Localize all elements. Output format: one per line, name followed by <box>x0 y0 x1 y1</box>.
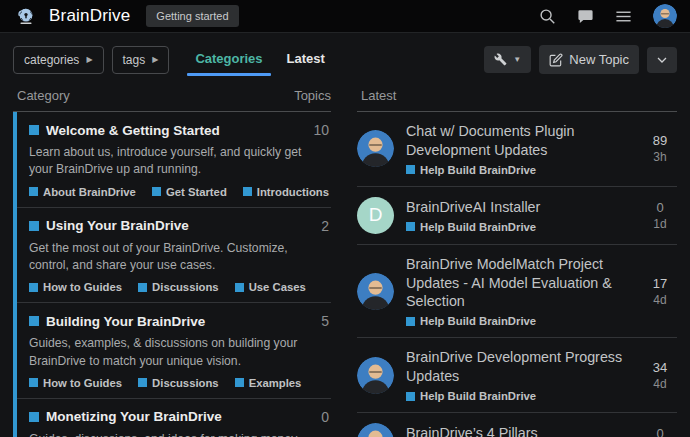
subcategory-badge[interactable]: Use Cases <box>235 281 306 293</box>
topics-column-label: Topics <box>294 88 331 103</box>
category-description: Guides, examples, & discussions on build… <box>29 335 321 370</box>
topic-row[interactable]: BrainDrive’s 4 Pillars About BrainDrive … <box>357 413 677 437</box>
category-color-icon <box>29 378 38 387</box>
category-color-icon <box>152 187 161 196</box>
latest-topic-list: Chat w/ Documents Plugin Development Upd… <box>357 112 677 437</box>
subcategory-name: Discussions <box>152 377 219 389</box>
topic-title[interactable]: BrainDrive ModelMatch Project Updates - … <box>406 255 631 312</box>
category-name[interactable]: Monetizing Your BrainDrive <box>46 409 314 424</box>
subcategory-name: Get Started <box>166 186 227 198</box>
topic-title[interactable]: BrainDrive Development Progress Updates <box>406 348 631 386</box>
subcategory-name: Introductions <box>257 186 329 198</box>
topic-row[interactable]: BrainDrive Development Progress Updates … <box>357 338 677 413</box>
category-description: Learn about us, introduce yourself, and … <box>29 144 321 179</box>
topic-meta: 0 5d <box>643 426 677 437</box>
braindrive-logo-icon[interactable] <box>13 8 39 24</box>
topic-replies-count: 34 <box>643 360 677 375</box>
category-topic-count: 10 <box>313 122 331 138</box>
category-color-icon <box>138 378 147 387</box>
subcategory-badge[interactable]: Discussions <box>138 281 219 293</box>
category-list: Welcome & Getting Started 10 Learn about… <box>13 112 331 437</box>
topic-author-avatar[interactable] <box>357 130 394 167</box>
category-color-icon <box>406 222 415 231</box>
category-row[interactable]: Welcome & Getting Started 10 Learn about… <box>17 112 331 208</box>
category-name[interactable]: Using Your BrainDrive <box>46 218 314 233</box>
user-avatar[interactable] <box>653 4 677 28</box>
topic-meta: 17 4d <box>643 276 677 307</box>
category-name[interactable]: Welcome & Getting Started <box>46 123 306 138</box>
topic-author-avatar[interactable] <box>357 273 394 310</box>
latest-column-header: Latest <box>357 86 677 112</box>
tags-filter-dropdown[interactable]: tags ▶ <box>112 46 170 74</box>
topic-title[interactable]: Chat w/ Documents Plugin Development Upd… <box>406 122 631 160</box>
topic-category-badge[interactable]: Help Build BrainDrive <box>406 315 631 327</box>
topic-replies-count: 89 <box>643 133 677 148</box>
topic-title[interactable]: BrainDrive’s 4 Pillars <box>406 424 631 437</box>
category-color-icon <box>29 283 38 292</box>
topic-row[interactable]: BrainDrive ModelMatch Project Updates - … <box>357 245 677 339</box>
category-color-icon <box>29 125 39 135</box>
category-name[interactable]: Building Your BrainDrive <box>46 314 314 329</box>
subcategory-badge[interactable]: How to Guides <box>29 377 122 389</box>
topic-list-options-dropdown[interactable] <box>647 47 677 73</box>
category-description: Get the most out of your BrainDrive. Cus… <box>29 240 321 275</box>
topic-row[interactable]: Chat w/ Documents Plugin Development Upd… <box>357 112 677 187</box>
subcategory-badge[interactable]: Discussions <box>138 377 219 389</box>
subcategory-name: Examples <box>249 377 302 389</box>
subcategory-badge[interactable]: Examples <box>235 377 302 389</box>
category-row[interactable]: Monetizing Your BrainDrive 0 Guides, dis… <box>17 399 331 437</box>
chat-icon[interactable] <box>575 6 595 26</box>
tab-latest[interactable]: Latest <box>277 45 335 74</box>
category-color-icon <box>29 412 39 422</box>
new-topic-button[interactable]: New Topic <box>539 45 639 74</box>
category-column-label: Category <box>17 88 70 103</box>
topic-meta: 0 1d <box>643 200 677 231</box>
subcategory-list: About BrainDriveGet StartedIntroductions <box>29 186 331 198</box>
categories-column-header: Category Topics <box>13 86 331 112</box>
topic-author-avatar[interactable] <box>357 423 394 437</box>
topic-list-controls: categories ▶ tags ▶ Categories Latest ▼ … <box>0 33 690 84</box>
topic-author-avatar[interactable]: D <box>357 197 394 234</box>
tab-categories[interactable]: Categories <box>185 45 272 74</box>
subcategory-badge[interactable]: Get Started <box>152 186 227 198</box>
category-description: Guides, discussions, and ideas for makin… <box>29 431 321 437</box>
subcategory-name: About BrainDrive <box>43 186 136 198</box>
getting-started-button[interactable]: Getting started <box>146 5 238 27</box>
chevron-down-icon <box>656 54 668 66</box>
category-topic-count: 2 <box>321 218 331 234</box>
caret-down-icon: ▼ <box>513 56 521 64</box>
admin-wrench-dropdown[interactable]: ▼ <box>484 46 531 73</box>
subcategory-badge[interactable]: Introductions <box>243 186 329 198</box>
latest-column-label: Latest <box>361 88 396 103</box>
topic-row[interactable]: D BrainDriveAI Installer Help Build Brai… <box>357 187 677 245</box>
topic-activity-time: 3h <box>643 150 677 164</box>
category-row[interactable]: Using Your BrainDrive 2 Get the most out… <box>17 208 331 304</box>
wrench-icon <box>494 53 507 66</box>
category-color-icon <box>29 316 39 326</box>
categories-filter-dropdown[interactable]: categories ▶ <box>13 46 104 74</box>
category-color-icon <box>235 283 244 292</box>
topic-title[interactable]: BrainDriveAI Installer <box>406 198 631 217</box>
topic-category-badge[interactable]: Help Build BrainDrive <box>406 390 631 402</box>
search-icon[interactable] <box>537 6 557 26</box>
category-row[interactable]: Building Your BrainDrive 5 Guides, examp… <box>17 303 331 399</box>
subcategory-badge[interactable]: About BrainDrive <box>29 186 136 198</box>
topic-meta: 89 3h <box>643 133 677 164</box>
site-header: BrainDrive Getting started <box>0 0 690 33</box>
categories-column: Category Topics Welcome & Getting Starte… <box>13 86 331 437</box>
category-color-icon <box>406 317 415 326</box>
subcategory-badge[interactable]: How to Guides <box>29 281 122 293</box>
hamburger-menu-icon[interactable] <box>613 6 633 26</box>
topic-replies-count: 0 <box>643 426 677 437</box>
topic-meta: 34 4d <box>643 360 677 391</box>
list-tabs: Categories Latest <box>185 45 335 74</box>
topic-activity-time: 4d <box>643 293 677 307</box>
topic-author-avatar[interactable] <box>357 357 394 394</box>
category-color-icon <box>235 378 244 387</box>
subcategory-name: Use Cases <box>249 281 306 293</box>
topic-category-badge[interactable]: Help Build BrainDrive <box>406 221 631 233</box>
brand-title[interactable]: BrainDrive <box>49 6 130 26</box>
topic-category-name: Help Build BrainDrive <box>420 221 536 233</box>
topic-category-badge[interactable]: Help Build BrainDrive <box>406 164 631 176</box>
caret-right-icon: ▶ <box>152 56 158 64</box>
